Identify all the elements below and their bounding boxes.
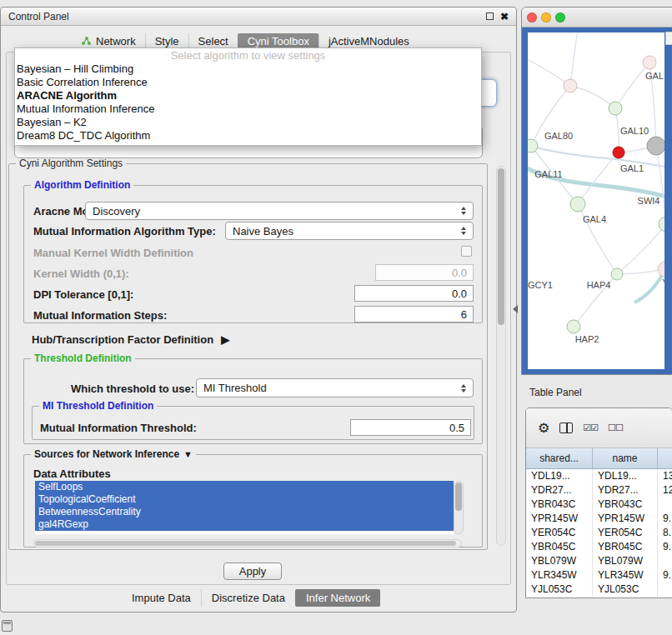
tab-style[interactable]: Style [145,33,188,49]
network-graph: GAL80 GAL10 GAL11 GAL1 SWI4 GAL4 GCY1 HA… [528,32,664,369]
field-value: 0.0 [452,288,467,300]
dropdown-option[interactable]: Mutual Information Inference [15,102,481,116]
table-body: YDL19... YDL19... 13 YDR27... YDR27... 1… [526,469,672,598]
table-row[interactable]: YER054C YER054C 8. [526,526,672,540]
tab-label: Cyni Toolbox [248,35,309,48]
network-node-label: GAL [645,71,664,81]
combo-value: Discovery [93,205,140,218]
table-cell: YJL053C [526,582,593,597]
dropdown-option[interactable]: Bayesian – K2 [15,116,481,129]
network-node-gray[interactable] [647,137,664,155]
network-node[interactable] [659,217,664,232]
dropdown-option[interactable]: Bayesian – Hill Climbing [15,62,481,76]
tab-label: Style [155,35,179,48]
network-node[interactable] [567,320,580,333]
network-node[interactable] [570,197,585,212]
mi-threshold-field[interactable]: 0.5 [350,419,471,436]
minimize-traffic-button[interactable] [541,12,551,22]
list-item-selected[interactable]: gal4RGexp [35,518,454,531]
group-title: Sources for Network Inference [34,448,179,460]
network-node[interactable] [643,56,656,69]
scrollbar-thumb[interactable] [498,168,504,325]
table-row[interactable]: YLR345W YLR345W 9. [526,568,672,582]
data-attributes-list: SelfLoops TopologicalCoefficient Between… [35,481,454,534]
hub-definition-expander[interactable]: Hub/Transcription Factor Definition ▶ [32,333,229,346]
mi-algorithm-type-label: Mutual Information Algorithm Type: [33,225,216,238]
scrollbar-thumb[interactable] [455,482,462,511]
combo-arrows-icon [461,227,466,235]
hub-definition-label: Hub/Transcription Factor Definition [32,333,213,346]
gear-icon[interactable]: ⚙ [538,422,549,435]
kernel-width-field[interactable]: 0.0 [375,264,474,281]
tab-cyni-toolbox[interactable]: Cyni Toolbox [238,33,318,49]
control-panel-title: Control Panel [8,11,69,22]
chevron-down-icon[interactable]: ▼ [183,449,193,459]
table-cell: 9. [658,512,672,526]
network-canvas[interactable]: GAL80 GAL10 GAL11 GAL1 SWI4 GAL4 GCY1 HA… [528,32,664,369]
panel-splitter-toggle[interactable] [513,305,518,313]
table-row[interactable]: YBR043C YBR043C [526,498,672,512]
column-header[interactable] [658,448,672,468]
table-row[interactable]: YDR27... YDR27... 12 [526,483,672,498]
dpi-tolerance-field[interactable]: 0.0 [354,285,474,302]
tab-label: Select [198,35,228,48]
tab-jactivemnodules[interactable]: jActiveMNodules [318,33,419,49]
dropdown-option[interactable]: Basic Correlation Inference [15,76,481,89]
scrollbar-thumb[interactable] [35,541,456,546]
aracne-mode-select[interactable]: Discovery [85,202,474,220]
network-node[interactable] [609,102,622,115]
list-item-selected[interactable]: SelfLoops [35,481,454,493]
table-row[interactable]: YJL053C YJL053C [526,582,672,597]
table-cell: YJL053C [593,582,658,597]
table-row[interactable]: YDL19... YDL19... 13 [526,469,672,483]
table-panel-window: ⚙ ☑☑ ☐☐ shared... name YDL19... YDL19...… [525,408,672,598]
group-title: Cyni Algorithm Settings [19,158,123,169]
table-row[interactable]: YPR145W YPR145W 9. [526,512,672,526]
network-scrollbar-corner[interactable] [665,32,672,45]
apply-button[interactable]: Apply [223,562,282,580]
network-node-red[interactable] [613,147,624,158]
table-cell: YDL19... [593,469,658,483]
list-item-selected[interactable]: BetweennessCentrality [35,506,454,518]
network-node-label: GAL10 [620,126,649,136]
tab-impute-data[interactable]: Impute Data [122,589,201,607]
dropdown-option[interactable]: Dream8 DC_TDC Algorithm [15,129,481,142]
network-node[interactable] [611,268,623,280]
list-vertical-scrollbar[interactable] [454,481,464,534]
kernel-width-label: Kernel Width (0,1): [33,268,129,280]
dropdown-option-selected[interactable]: ARACNE Algorithm [15,89,481,102]
mi-algorithm-type-select[interactable]: Naive Bayes [225,222,474,240]
network-node-label: GAL80 [544,131,573,141]
table-row[interactable]: YBR045C YBR045C 9. [526,540,672,554]
which-threshold-select[interactable]: MI Threshold [196,378,474,398]
tab-infer-network[interactable]: Infer Network [295,589,380,607]
docked-panel-icon[interactable] [2,620,13,632]
list-horizontal-scrollbar[interactable] [33,539,462,548]
network-frame: GAL80 GAL10 GAL11 GAL1 SWI4 GAL4 GCY1 HA… [522,28,672,374]
tab-select[interactable]: Select [188,33,238,49]
column-header[interactable]: name [593,448,658,468]
float-window-icon[interactable] [486,12,494,20]
tab-discretize-data[interactable]: Discretize Data [201,589,295,607]
network-node[interactable] [564,79,577,92]
tab-network[interactable]: Network [72,33,145,49]
table-cell: 8. [658,526,672,540]
network-node[interactable] [658,262,664,277]
combo-value: MI Threshold [203,382,267,394]
close-icon[interactable]: ✖ [500,12,509,22]
close-traffic-button[interactable] [527,12,537,22]
network-node-label: HAP4 [587,280,611,290]
settings-vertical-scrollbar[interactable] [496,166,506,546]
network-node[interactable] [528,139,538,152]
manual-kernel-checkbox[interactable] [461,246,472,257]
combo-value: Naive Bayes [233,225,293,238]
table-row[interactable]: YBL079W YBL079W [526,554,672,568]
group-title: MI Threshold Definition [43,400,153,412]
columns-icon[interactable] [559,422,573,433]
mi-steps-field[interactable]: 6 [354,306,474,322]
select-all-checks-icon[interactable]: ☑☑ [583,422,598,433]
zoom-traffic-button[interactable] [555,12,565,22]
column-header[interactable]: shared... [526,448,593,468]
deselect-all-checks-icon[interactable]: ☐☐ [608,422,623,433]
list-item-selected[interactable]: TopologicalCoefficient [35,493,454,506]
